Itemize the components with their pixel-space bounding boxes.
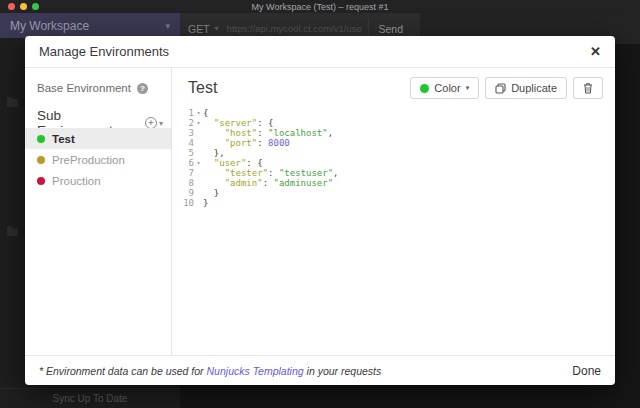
chevron-down-icon: ▾ (159, 119, 163, 128)
code-text: }, (203, 148, 225, 158)
close-icon[interactable]: ✕ (590, 44, 601, 59)
window-controls (8, 3, 39, 10)
line-number: 7 (172, 168, 194, 178)
nunjucks-templating-link[interactable]: Nunjucks Templating (207, 365, 304, 377)
help-icon[interactable]: ? (137, 83, 148, 94)
environment-item-label: Prouction (52, 175, 101, 187)
color-dot-icon (420, 84, 429, 93)
fold-gutter (194, 138, 203, 148)
environment-color-dot-icon (37, 135, 45, 143)
code-text: "tester": "testuser", (203, 168, 339, 178)
code-text: } (203, 198, 208, 208)
environment-color-dot-icon (37, 156, 45, 164)
code-line: 2▾ "server": { (172, 118, 615, 128)
fold-arrow-icon[interactable]: ▾ (194, 108, 203, 118)
color-button[interactable]: Color ▾ (410, 77, 479, 99)
environments-sidebar: Base Environment ? Sub Environments + ▾ … (25, 68, 172, 355)
fold-gutter (194, 188, 203, 198)
line-number: 6 (172, 158, 194, 168)
base-environment-item[interactable]: Base Environment ? (37, 82, 163, 94)
chevron-down-icon: ▾ (466, 84, 470, 92)
code-line: 5 }, (172, 148, 615, 158)
footer-note: * Environment data can be used for Nunju… (39, 365, 381, 377)
code-text: "admin": "adminuser" (203, 178, 333, 188)
fold-gutter (194, 128, 203, 138)
environment-editor-panel: Test Color ▾ Duplicate (172, 68, 615, 355)
line-number: 3 (172, 128, 194, 138)
code-line: 10} (172, 198, 615, 208)
code-line: 6▾ "user": { (172, 158, 615, 168)
environment-item[interactable]: Test (25, 128, 171, 149)
environment-item[interactable]: PreProduction (25, 149, 171, 170)
editor-panel-header: Test Color ▾ Duplicate (188, 76, 603, 100)
base-environment-label: Base Environment (37, 82, 131, 94)
environment-item-label: PreProduction (52, 154, 125, 166)
duplicate-icon (495, 83, 506, 94)
code-line: 1▾{ (172, 108, 615, 118)
code-line: 9 } (172, 188, 615, 198)
trash-icon (583, 82, 593, 94)
code-text: } (203, 188, 219, 198)
http-method-dropdown[interactable]: GET (188, 23, 210, 35)
code-text: "host": "localhost", (203, 128, 333, 138)
line-number: 10 (172, 198, 194, 208)
line-number: 1 (172, 108, 194, 118)
modal-header: Manage Environments ✕ (25, 36, 615, 68)
fold-gutter (194, 148, 203, 158)
url-input[interactable]: https://api.mycool.ct.com/v1/users (227, 23, 362, 34)
modal-body: Base Environment ? Sub Environments + ▾ … (25, 68, 615, 355)
fold-gutter (194, 168, 203, 178)
fold-gutter (194, 178, 203, 188)
line-number: 4 (172, 138, 194, 148)
code-text: { (203, 108, 208, 118)
line-number: 5 (172, 148, 194, 158)
duplicate-button[interactable]: Duplicate (485, 77, 567, 99)
environment-item[interactable]: Prouction (25, 170, 171, 191)
code-text: "user": { (203, 158, 263, 168)
workspace-name: My Workspace (10, 19, 89, 33)
zoom-window-button[interactable] (32, 3, 39, 10)
manage-environments-modal: Manage Environments ✕ Base Environment ?… (25, 36, 615, 385)
code-text: "port": 8000 (203, 138, 290, 148)
macos-titlebar: My Workspace (Test) – request #1 (0, 0, 640, 13)
code-line: 4 "port": 8000 (172, 138, 615, 148)
done-button[interactable]: Done (572, 364, 601, 378)
folder-icon (7, 228, 18, 236)
window-title: My Workspace (Test) – request #1 (0, 2, 640, 12)
chevron-down-icon: ▾ (165, 21, 170, 31)
chevron-down-icon: ▾ (215, 24, 219, 33)
json-code-editor[interactable]: 1▾{2▾ "server": {3 "host": "localhost",4… (172, 108, 615, 208)
modal-title: Manage Environments (39, 44, 169, 59)
environment-color-dot-icon (37, 177, 45, 185)
screen: My Workspace ▾ GET ▾ https://api.mycool.… (0, 0, 640, 408)
code-line: 8 "admin": "adminuser" (172, 178, 615, 188)
fold-arrow-icon[interactable]: ▾ (194, 158, 203, 168)
workspace-dropdown[interactable]: My Workspace ▾ (0, 13, 180, 38)
code-text: "server": { (203, 118, 273, 128)
fold-arrow-icon[interactable]: ▾ (194, 118, 203, 128)
environment-list: TestPreProductionProuction (25, 128, 171, 191)
folder-icon (7, 99, 18, 107)
modal-footer: * Environment data can be used for Nunju… (25, 355, 615, 385)
code-line: 3 "host": "localhost", (172, 128, 615, 138)
minimize-window-button[interactable] (20, 3, 27, 10)
delete-environment-button[interactable] (573, 77, 603, 99)
close-window-button[interactable] (8, 3, 15, 10)
environment-title: Test (188, 79, 217, 97)
line-number: 2 (172, 118, 194, 128)
environment-item-label: Test (52, 133, 75, 145)
code-line: 7 "tester": "testuser", (172, 168, 615, 178)
line-number: 9 (172, 188, 194, 198)
sync-status-button[interactable]: Sync Up To Date (0, 388, 180, 408)
line-number: 8 (172, 178, 194, 188)
fold-gutter (194, 198, 203, 208)
